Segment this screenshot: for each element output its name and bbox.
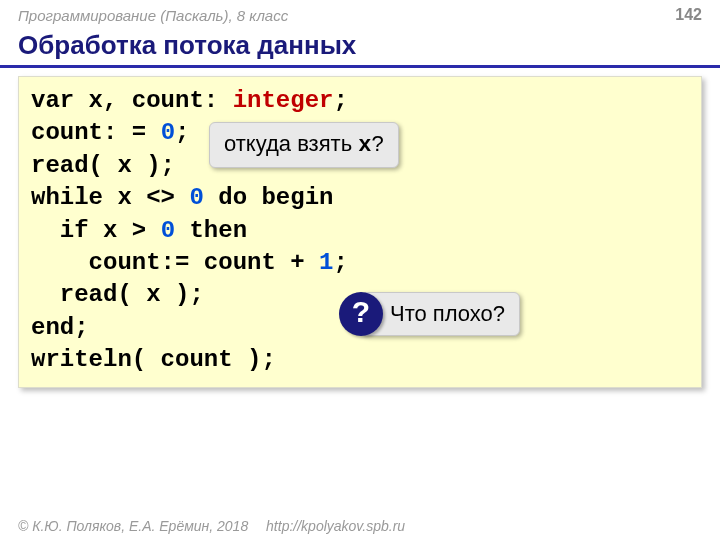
code-line: if x > 0 then xyxy=(31,215,689,247)
course-label: Программирование (Паскаль), 8 класс xyxy=(18,7,288,24)
code-line: count:= count + 1; xyxy=(31,247,689,279)
header-bar: Программирование (Паскаль), 8 класс 142 xyxy=(0,0,720,26)
code-line: var x, count: integer; xyxy=(31,85,689,117)
callout-var-x: x xyxy=(358,133,371,158)
callout-where-x: откуда взять x? xyxy=(209,122,399,168)
copyright: © К.Ю. Поляков, Е.А. Ерёмин, 2018 xyxy=(18,518,248,534)
code-block: var x, count: integer; count: = 0; read(… xyxy=(18,76,702,388)
footer: © К.Ю. Поляков, Е.А. Ерёмин, 2018 http:/… xyxy=(18,518,405,534)
code-line: while x <> 0 do begin xyxy=(31,182,689,214)
code-line: writeln( count ); xyxy=(31,344,689,376)
question-mark-icon: ? xyxy=(339,292,383,336)
page-number: 142 xyxy=(675,6,702,24)
footer-url: http://kpolyakov.spb.ru xyxy=(266,518,405,534)
slide-title: Обработка потока данных xyxy=(0,26,720,68)
callout-whats-bad: Что плохо? xyxy=(361,292,520,336)
callout-question: ? Что плохо? xyxy=(339,292,520,336)
